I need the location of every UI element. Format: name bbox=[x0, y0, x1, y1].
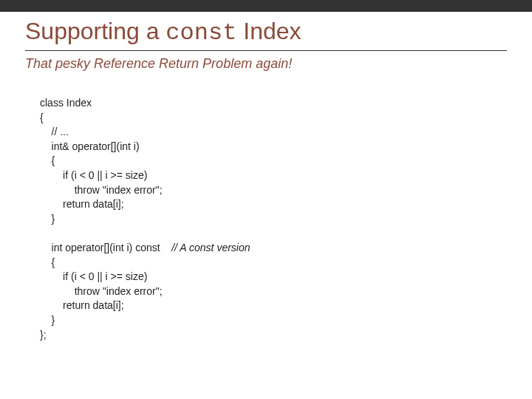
title-divider bbox=[25, 50, 507, 51]
code-line: { bbox=[40, 154, 55, 166]
code-line: { bbox=[40, 256, 55, 268]
top-bar bbox=[0, 0, 532, 12]
title-post: Index bbox=[236, 18, 301, 44]
code-line: return data[i]; bbox=[40, 299, 124, 311]
slide: Supporting a const Index That pesky Refe… bbox=[0, 0, 532, 399]
code-block: class Index { // ... int& operator[](int… bbox=[40, 96, 250, 342]
code-line: } bbox=[40, 314, 55, 326]
code-line: } bbox=[40, 213, 55, 225]
code-line: throw "index error"; bbox=[40, 184, 163, 196]
code-line: if (i < 0 || i >= size) bbox=[40, 169, 147, 181]
code-line: int& operator[](int i) bbox=[40, 140, 140, 152]
code-line: int operator[](int i) const bbox=[40, 242, 171, 253]
code-line: // ... bbox=[40, 126, 69, 137]
title-mono: const bbox=[166, 19, 236, 47]
code-line: if (i < 0 || i >= size) bbox=[40, 270, 147, 282]
slide-subtitle: That pesky Reference Return Problem agai… bbox=[25, 56, 292, 72]
code-comment: // A const version bbox=[171, 242, 250, 253]
code-line: }; bbox=[40, 329, 47, 341]
code-line: class Index bbox=[40, 97, 92, 109]
title-pre: Supporting a bbox=[25, 18, 166, 44]
slide-title: Supporting a const Index bbox=[25, 18, 301, 47]
code-line: { bbox=[40, 112, 44, 123]
code-line: return data[i]; bbox=[40, 198, 124, 210]
code-line: throw "index error"; bbox=[40, 285, 163, 297]
